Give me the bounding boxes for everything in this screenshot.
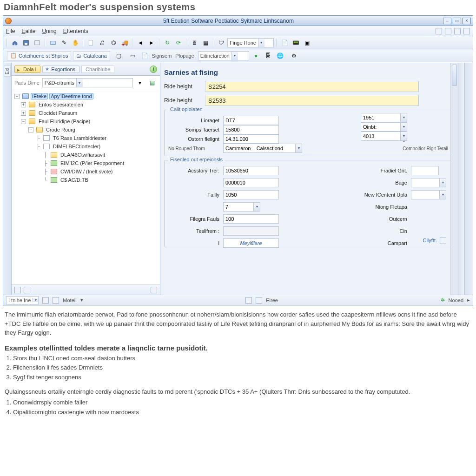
ostorn-input[interactable] xyxy=(223,134,279,144)
check-button[interactable]: Chariblube xyxy=(81,66,114,73)
truck-icon[interactable]: 🚚 xyxy=(119,38,130,48)
rouped-combo[interactable]: Cammaron – Calsactiond▾ xyxy=(223,144,302,153)
panel-icon[interactable]: ▭ xyxy=(128,51,138,61)
status-icon-a[interactable] xyxy=(42,297,49,304)
status-combo-a[interactable]: I tnihe Ine▾ xyxy=(6,296,39,304)
hand-icon[interactable]: ✋ xyxy=(70,38,80,48)
tree-icon[interactable]: ⌬ xyxy=(108,38,119,48)
test-input[interactable] xyxy=(223,226,279,236)
back-icon[interactable]: ◄ xyxy=(135,38,145,48)
bage-combo[interactable]: ▾ xyxy=(411,178,446,187)
monitor-icon[interactable]: 🖥 xyxy=(189,38,199,48)
rail-tab-a[interactable]: Exl xyxy=(4,66,11,77)
help-icon[interactable] xyxy=(436,28,442,34)
gear-icon[interactable]: ⚙ xyxy=(289,51,299,61)
tree-item[interactable]: ├DLA/46Ctwifiarsavit xyxy=(12,151,159,159)
menu-effects[interactable]: Eftentents xyxy=(63,28,88,34)
globe-icon[interactable]: 🌐 xyxy=(275,51,285,61)
tool-icon-b[interactable] xyxy=(454,28,461,34)
content-combo[interactable]: ▾ xyxy=(411,190,446,199)
green-dot-icon[interactable]: ● xyxy=(251,51,261,61)
device-icon[interactable]: 📟 xyxy=(291,38,301,48)
label: New ICentent Upla xyxy=(356,192,407,198)
lo-combo[interactable]: 4013▾ xyxy=(361,132,407,141)
label: No Rouped Thom xyxy=(168,146,219,151)
status-icon-d[interactable] xyxy=(256,297,262,304)
module-icon[interactable] xyxy=(48,38,58,48)
menu-file[interactable]: File xyxy=(6,28,15,34)
sat-combo[interactable]: Oinbt:▾ xyxy=(361,122,407,132)
acsstory-input[interactable] xyxy=(223,166,279,175)
tree-root[interactable]: − IEteke Apy'lBeetime tond xyxy=(12,92,159,100)
sidebar-xls-icon[interactable]: ▤ xyxy=(147,78,157,88)
refresh-all-icon[interactable]: ⟳ xyxy=(173,38,184,48)
maximize-button[interactable]: ▭ xyxy=(453,18,461,24)
footer-icon-b[interactable] xyxy=(24,287,30,293)
fradiel-input[interactable] xyxy=(411,166,439,175)
modify-button[interactable]: Meyifiiere xyxy=(223,238,279,248)
flags-input[interactable] xyxy=(223,214,279,224)
tree-item[interactable]: −Crode Rourg xyxy=(12,126,159,134)
box-icon[interactable] xyxy=(32,38,42,48)
label: Failly xyxy=(168,192,219,198)
lioraget-input[interactable] xyxy=(223,116,279,125)
tree-item[interactable]: ├EIM’I2C (P/ier Feopporment xyxy=(12,159,159,167)
scrollbar-thumb[interactable] xyxy=(452,65,457,86)
square-icon[interactable]: ▢ xyxy=(114,51,124,61)
ride-height-input-2[interactable] xyxy=(205,95,419,106)
shield-icon[interactable]: 🛡 xyxy=(216,38,226,48)
status-icon-c[interactable] xyxy=(245,297,252,304)
status-node: Nooed xyxy=(449,298,463,303)
tree-item[interactable]: +Enfos Suesratenieri xyxy=(12,100,159,109)
menu-uning[interactable]: Uning xyxy=(42,28,56,34)
forward-icon[interactable]: ► xyxy=(146,38,157,48)
finge-combo[interactable]: Finge Hone xyxy=(227,38,274,47)
ride-height-input-1[interactable] xyxy=(205,81,419,92)
sidebar-more-icon[interactable]: ▾ xyxy=(135,78,145,88)
db-icon[interactable]: 🗄 xyxy=(263,51,273,61)
tree-item[interactable]: ├DIMELBECtiortecler) xyxy=(12,142,159,151)
scrollbar[interactable] xyxy=(450,63,458,295)
ni-combo[interactable]: 1951▾ xyxy=(361,113,407,122)
tool-icon-c[interactable] xyxy=(463,28,470,34)
clipft-link[interactable]: Cliyftt. xyxy=(423,238,437,244)
extra-input[interactable] xyxy=(223,178,279,187)
doc2-icon[interactable]: 📄 xyxy=(140,51,150,61)
export-button[interactable]: Exgortions xyxy=(42,66,79,73)
status-icon-b[interactable] xyxy=(53,297,59,304)
footer-icon-c[interactable] xyxy=(151,287,157,293)
tree-item[interactable]: ├T6 Rase Lrambidriester xyxy=(12,134,159,142)
doc-icon[interactable] xyxy=(86,38,96,48)
menu-edit[interactable]: Ealite xyxy=(21,28,35,34)
tree-item[interactable]: ├CWI/DIW / (Inelt svote) xyxy=(12,167,159,176)
tree-item[interactable]: −Faul Eluridipe (Pacipe) xyxy=(12,117,159,126)
run-button[interactable]: Dola l xyxy=(14,66,40,73)
refresh-icon[interactable]: ↻ xyxy=(162,38,172,48)
exec-combo[interactable]: Eitinctarction xyxy=(198,51,249,60)
save-icon[interactable] xyxy=(21,38,31,48)
report-icon[interactable]: 📄 xyxy=(279,38,290,48)
tree-item[interactable]: +Clocidet Pansum xyxy=(12,109,159,117)
close-button[interactable]: × xyxy=(463,18,471,24)
seven-combo[interactable]: 7▾ xyxy=(223,202,260,212)
catalog-b-button[interactable]: 🗂 Cataleana xyxy=(73,51,110,60)
tree-item[interactable]: └C$ AC/D.TB xyxy=(12,176,159,184)
pads-combo[interactable]: P&D-citrunits xyxy=(42,78,133,87)
tool-icon-a[interactable] xyxy=(445,28,451,34)
titlebar: 5ft Ecution Software Poctiatioc Syitmarc… xyxy=(3,16,473,26)
example-list-2: Ononwidrrsply comble failer Oipaliticorn… xyxy=(13,398,463,417)
device2-icon[interactable]: ▣ xyxy=(302,38,312,48)
minimize-button[interactable]: – xyxy=(443,18,451,24)
label: Niong Fletapa xyxy=(356,204,407,210)
pencil-icon[interactable]: ✎ xyxy=(59,38,69,48)
info-square-icon[interactable] xyxy=(440,238,446,244)
failly-input[interactable] xyxy=(223,190,279,199)
somps-input[interactable] xyxy=(223,125,279,134)
svg-rect-1 xyxy=(25,43,27,45)
project-tree[interactable]: − IEteke Apy'lBeetime tond +Enfos Suesra… xyxy=(12,90,160,284)
catalog-a-button[interactable]: 📋 Cotcihuene st Shpilos xyxy=(7,51,71,60)
chip-icon[interactable]: ▦ xyxy=(200,38,211,48)
footer-icon-a[interactable] xyxy=(14,287,21,293)
printer-icon[interactable]: 🖨 xyxy=(97,38,107,48)
home-icon[interactable] xyxy=(10,38,20,48)
